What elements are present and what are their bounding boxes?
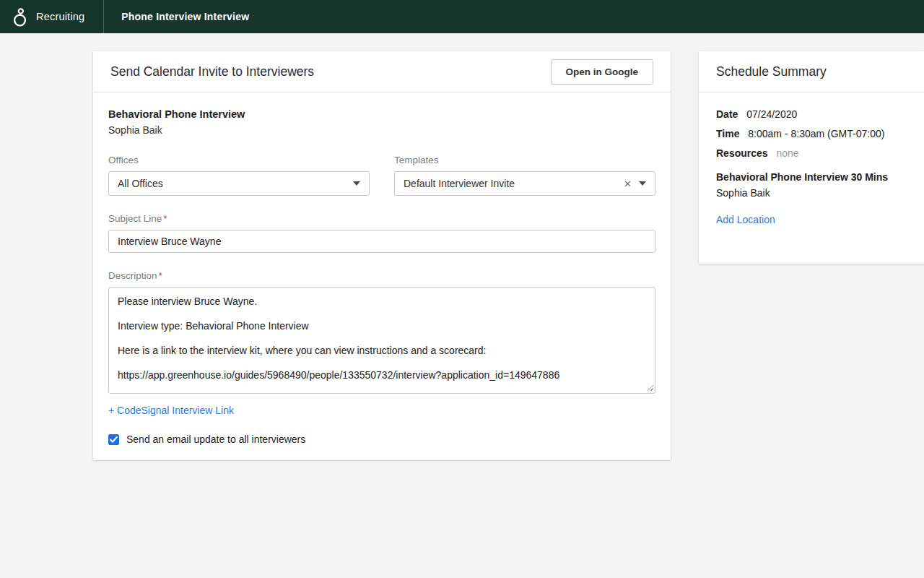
invite-card-title: Send Calendar Invite to Interviewers	[110, 64, 314, 79]
templates-select[interactable]: Default Interviewer Invite ✕	[394, 171, 655, 196]
resources-value: none	[776, 147, 798, 159]
greenhouse-logo-icon[interactable]	[12, 7, 27, 27]
time-label: Time	[716, 128, 739, 139]
summary-body: Date 07/24/2020 Time 8:00am - 8:30am (GM…	[699, 92, 924, 241]
page-title: Phone Interview Interview	[121, 11, 249, 22]
summary-interviewer: Sophia Baik	[716, 187, 907, 199]
subject-field: Subject Line*	[108, 213, 655, 253]
checkbox-check-icon	[110, 436, 118, 443]
email-update-checkbox[interactable]	[108, 434, 119, 445]
required-asterisk: *	[163, 213, 167, 224]
open-in-google-button[interactable]: Open in Google	[551, 59, 654, 85]
interview-name: Behavioral Phone Interview	[108, 108, 655, 120]
time-row: Time 8:00am - 8:30am (GMT-07:00)	[716, 128, 907, 139]
offices-field: Offices All Offices	[108, 155, 370, 196]
resources-label: Resources	[716, 147, 768, 159]
resources-row: Resources none	[716, 147, 907, 159]
offices-select[interactable]: All Offices	[108, 171, 370, 196]
description-label: Description*	[108, 270, 655, 281]
offices-select-value: All Offices	[118, 178, 346, 189]
invite-card-body: Behavioral Phone Interview Sophia Baik O…	[93, 92, 671, 461]
date-label: Date	[716, 108, 738, 120]
time-value: 8:00am - 8:30am (GMT-07:00)	[748, 128, 884, 139]
description-field: Description*	[108, 270, 655, 394]
summary-card-header: Schedule Summary	[699, 51, 924, 92]
date-value: 07/24/2020	[746, 108, 797, 120]
subject-label: Subject Line*	[108, 213, 655, 224]
schedule-summary-card: Schedule Summary Date 07/24/2020 Time 8:…	[699, 51, 924, 264]
email-update-label: Send an email update to all interviewers	[126, 434, 305, 445]
offices-label: Offices	[108, 155, 370, 165]
app-name[interactable]: Recruiting	[36, 11, 84, 22]
invite-card-header: Send Calendar Invite to Interviewers Ope…	[93, 51, 671, 92]
chevron-down-icon	[353, 181, 360, 186]
offices-templates-row: Offices All Offices Templates Default In…	[108, 155, 655, 196]
topbar-divider	[103, 0, 104, 33]
templates-select-value: Default Interviewer Invite	[404, 178, 616, 189]
templates-field: Templates Default Interviewer Invite ✕	[394, 155, 655, 196]
schedule-summary-title: Schedule Summary	[716, 64, 827, 79]
description-textarea-wrap	[108, 287, 655, 394]
templates-label: Templates	[394, 155, 655, 165]
email-update-row: Send an email update to all interviewers	[108, 434, 655, 445]
codesignal-interview-link[interactable]: + CodeSignal Interview Link	[108, 405, 234, 416]
date-row: Date 07/24/2020	[716, 108, 907, 120]
subject-input[interactable]	[108, 230, 655, 253]
clear-icon[interactable]: ✕	[624, 179, 632, 189]
topbar: Recruiting Phone Interview Interview	[0, 0, 924, 33]
required-asterisk: *	[159, 270, 162, 281]
add-location-link[interactable]: Add Location	[716, 214, 775, 225]
chevron-down-icon	[639, 181, 646, 186]
description-textarea[interactable]	[108, 287, 655, 394]
interviewer-name: Sophia Baik	[108, 124, 655, 136]
summary-interview-title: Behavioral Phone Interview 30 Mins	[716, 171, 907, 183]
send-invite-card: Send Calendar Invite to Interviewers Ope…	[93, 51, 671, 460]
